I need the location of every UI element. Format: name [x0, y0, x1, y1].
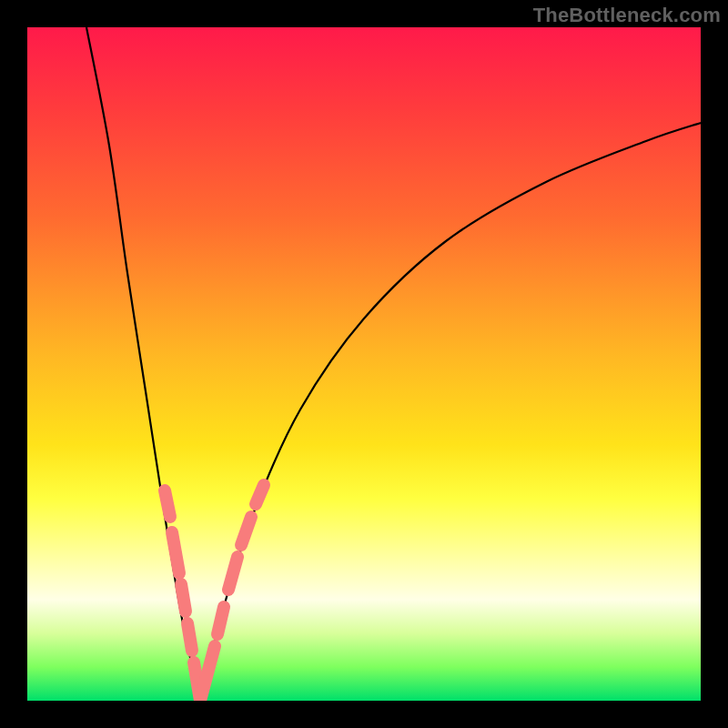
chart-plot-area [27, 27, 701, 701]
watermark-text: TheBottleneck.com [533, 4, 721, 27]
